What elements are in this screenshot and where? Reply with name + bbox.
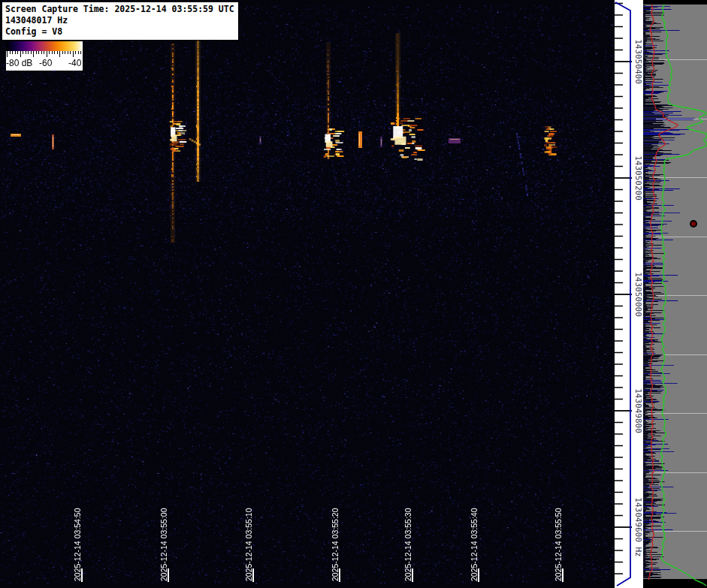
colorbar-tick: [62, 51, 63, 54]
colorbar-tick: [70, 51, 71, 54]
center-frequency-line: 143048017 Hz: [5, 15, 234, 26]
colorbar-db-label: -40: [68, 58, 81, 68]
spectrum-side-panel: [643, 0, 707, 588]
frequency-tick-label: 143050200: [633, 155, 643, 201]
colorbar-tick: [57, 51, 58, 54]
colorbar-tick: [68, 51, 68, 54]
colorbar-tick: [10, 51, 11, 54]
colorbar-scale: -80 dB-60-40: [6, 51, 83, 71]
spectrogram-screen-capture: Screen Capture Time: 2025-12-14 03:55:59…: [0, 0, 707, 588]
capture-info-box: Screen Capture Time: 2025-12-14 03:55:59…: [2, 2, 239, 41]
config-line: Config = V8: [5, 26, 234, 38]
capture-time-line: Screen Capture Time: 2025-12-14 03:55:59…: [5, 4, 234, 15]
colorbar-tick: [15, 51, 16, 54]
colorbar-gradient: [6, 41, 83, 51]
colorbar: -80 dB-60-40: [6, 41, 83, 71]
colorbar-tick: [12, 51, 13, 54]
colorbar-tick: [59, 51, 60, 57]
time-tick-mark: [339, 568, 340, 582]
frequency-tick-label: 143049600 Hz: [633, 497, 643, 556]
colorbar-tick: [31, 51, 32, 54]
colorbar-tick: [83, 51, 84, 54]
colorbar-ticks: [6, 51, 83, 58]
colorbar-tick: [75, 51, 76, 54]
colorbar-tick: [41, 51, 42, 54]
frequency-tick-label: 143049800: [633, 388, 643, 433]
colorbar-tick: [80, 51, 81, 54]
colorbar-tick: [28, 51, 29, 54]
time-tick-mark: [412, 568, 413, 582]
time-tick-mark: [252, 568, 254, 582]
colorbar-tick: [7, 51, 8, 57]
colorbar-tick: [26, 51, 26, 54]
colorbar-tick: [54, 51, 55, 54]
colorbar-db-label: -60: [39, 58, 52, 68]
colorbar-tick: [23, 51, 23, 54]
colorbar-tick: [33, 51, 34, 57]
waterfall-spectrogram: [0, 0, 615, 588]
colorbar-tick: [49, 51, 50, 54]
colorbar-db-label: -80 dB: [6, 58, 32, 68]
time-tick-mark: [168, 568, 169, 582]
time-tick-mark: [81, 568, 83, 582]
colorbar-tick: [65, 51, 65, 54]
colorbar-tick: [38, 51, 39, 54]
colorbar-tick: [17, 51, 18, 54]
frequency-tick-label: 143050000: [633, 272, 643, 317]
colorbar-tick: [73, 51, 74, 57]
colorbar-tick: [36, 51, 37, 54]
time-tick-mark: [478, 568, 479, 582]
colorbar-tick: [52, 51, 53, 54]
frequency-tick-label: 143050400: [633, 39, 643, 84]
colorbar-tick: [47, 51, 47, 57]
colorbar-tick: [20, 51, 21, 57]
colorbar-tick: [78, 51, 79, 54]
colorbar-labels: -80 dB-60-40: [6, 58, 83, 71]
colorbar-tick: [44, 51, 44, 54]
time-tick-mark: [562, 568, 563, 582]
